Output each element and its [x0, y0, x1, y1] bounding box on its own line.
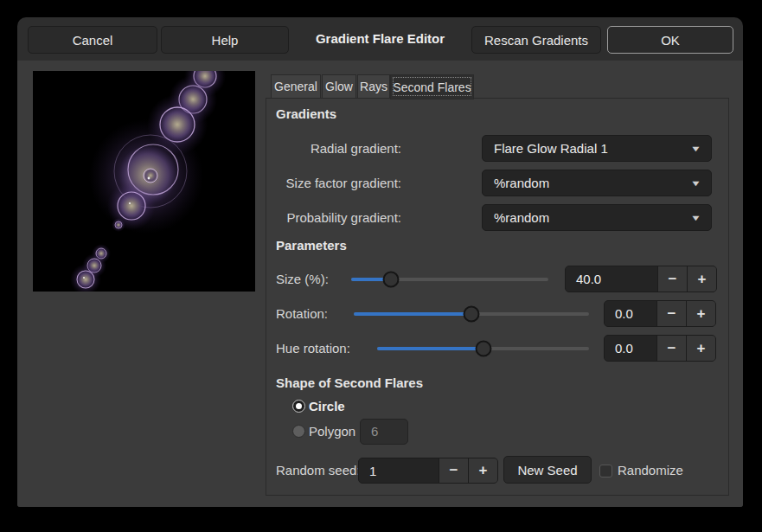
polygon-radio[interactable] — [292, 425, 305, 438]
randomize-checkbox[interactable] — [599, 465, 612, 478]
polygon-radio-label[interactable]: Polygon — [309, 424, 355, 439]
rotation-increment-button[interactable]: + — [686, 301, 715, 326]
size-spinbox: 40.0 − + — [565, 266, 717, 292]
tab-second-flares[interactable]: Second Flares — [390, 74, 474, 99]
flare-preview — [33, 71, 255, 292]
minus-icon: − — [450, 462, 458, 479]
dialog-body: General Glow Rays Second Flares Gradient… — [17, 61, 743, 507]
rotation-slider[interactable] — [354, 300, 589, 327]
slider-fill — [377, 347, 483, 350]
plus-icon: + — [697, 340, 706, 357]
hue-rotation-label: Hue rotation: — [276, 335, 350, 362]
size-label: Size (%): — [276, 266, 329, 292]
size-slider[interactable] — [351, 266, 548, 292]
gradients-heading: Gradients — [276, 106, 336, 121]
hue-rotation-decrement-button[interactable]: − — [656, 336, 686, 361]
radial-gradient-value: Flare Glow Radial 1 — [494, 141, 608, 156]
slider-fill — [354, 312, 471, 316]
rotation-decrement-button[interactable]: − — [656, 301, 686, 326]
probability-gradient-select[interactable]: %random ▼ — [482, 204, 712, 231]
random-seed-decrement-button[interactable]: − — [439, 458, 468, 483]
hue-rotation-increment-button[interactable]: + — [686, 336, 715, 361]
help-button[interactable]: Help — [161, 26, 289, 54]
randomize-label[interactable]: Randomize — [618, 458, 683, 484]
slider-thumb[interactable] — [464, 305, 480, 322]
new-seed-button[interactable]: New Seed — [503, 456, 592, 484]
parameters-heading: Parameters — [276, 238, 347, 253]
minus-icon: − — [669, 271, 677, 288]
polygon-sides-input[interactable]: 6 — [360, 419, 408, 445]
chevron-down-icon: ▼ — [690, 214, 701, 222]
slider-thumb[interactable] — [475, 340, 491, 356]
gradient-flare-editor-window: Cancel Help Gradient Flare Editor Rescan… — [17, 17, 743, 507]
slider-thumb[interactable] — [382, 271, 399, 287]
plus-icon: + — [698, 271, 707, 288]
size-increment-button[interactable]: + — [687, 266, 716, 292]
chevron-down-icon: ▼ — [690, 144, 701, 153]
minus-icon: − — [668, 305, 676, 323]
dialog-header: Cancel Help Gradient Flare Editor Rescan… — [17, 17, 743, 61]
probability-gradient-value: %random — [494, 210, 549, 225]
rescan-gradients-button[interactable]: Rescan Gradients — [471, 26, 601, 54]
tab-glow[interactable]: Glow — [322, 74, 356, 99]
minus-icon: − — [668, 340, 676, 357]
plus-icon: + — [697, 305, 706, 323]
circle-radio-label[interactable]: Circle — [309, 399, 345, 414]
rotation-label: Rotation: — [276, 300, 328, 327]
size-factor-gradient-select[interactable]: %random ▼ — [482, 170, 712, 196]
random-seed-label: Random seed: — [276, 458, 361, 484]
probability-gradient-label: Probability gradient: — [275, 204, 401, 231]
random-seed-spinbox: 1 − + — [358, 458, 498, 484]
rotation-spinbox: 0.0 − + — [604, 300, 716, 327]
hue-rotation-slider[interactable] — [377, 335, 589, 362]
second-flares-panel: Gradients Radial gradient: Flare Glow Ra… — [266, 98, 729, 496]
hue-rotation-spinbox: 0.0 − + — [604, 335, 716, 362]
size-factor-gradient-value: %random — [494, 176, 549, 190]
size-decrement-button[interactable]: − — [657, 266, 687, 292]
circle-radio[interactable] — [292, 400, 305, 413]
ok-button[interactable]: OK — [607, 26, 733, 54]
flare-preview-image — [33, 71, 255, 292]
rotation-value-input[interactable]: 0.0 — [605, 301, 656, 326]
radial-gradient-label: Radial gradient: — [275, 135, 401, 162]
random-seed-input[interactable]: 1 — [359, 458, 439, 483]
random-seed-increment-button[interactable]: + — [468, 458, 497, 483]
chevron-down-icon: ▼ — [690, 179, 701, 188]
cancel-button[interactable]: Cancel — [28, 26, 157, 54]
tab-rays[interactable]: Rays — [357, 74, 390, 99]
shape-heading: Shape of Second Flares — [276, 375, 423, 390]
tab-general[interactable]: General — [271, 74, 321, 99]
radial-gradient-select[interactable]: Flare Glow Radial 1 ▼ — [482, 135, 712, 162]
hue-rotation-value-input[interactable]: 0.0 — [605, 336, 656, 361]
size-value-input[interactable]: 40.0 — [566, 266, 657, 292]
plus-icon: + — [479, 462, 488, 479]
size-factor-gradient-label: Size factor gradient: — [275, 170, 401, 196]
